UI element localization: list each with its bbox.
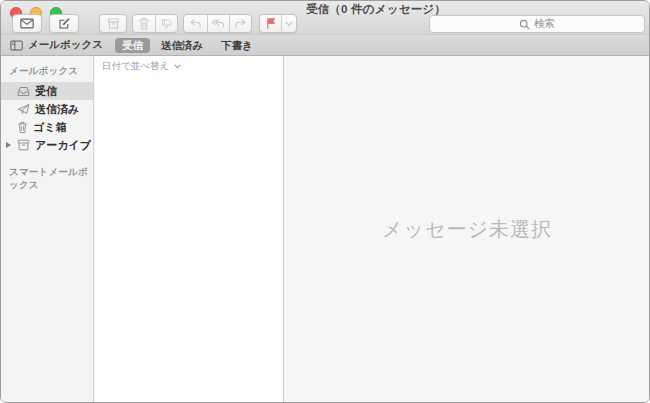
junk-button[interactable] [155, 15, 177, 32]
inbox-icon [17, 86, 30, 97]
tab-drafts[interactable]: 下書き [214, 38, 260, 53]
sidebar-item-label: 送信済み [35, 102, 79, 117]
reply-all-icon [211, 18, 225, 29]
forward-button[interactable] [229, 15, 251, 32]
tab-sent[interactable]: 送信済み [154, 38, 210, 53]
disclosure-triangle-icon[interactable] [6, 142, 11, 148]
flag-icon [265, 17, 277, 30]
chevron-down-icon [285, 21, 293, 27]
flag-menu-button[interactable] [281, 15, 296, 32]
flag-group [259, 14, 297, 33]
envelope-icon [20, 18, 34, 29]
sidebar-section-mailboxes: メールボックス [1, 60, 93, 82]
message-preview-pane: メッセージ未選択 [285, 56, 649, 402]
favorites-tabs: 受信 送信済み 下書き [115, 38, 260, 53]
sort-by-date-control[interactable]: 日付で並べ替え [95, 56, 283, 77]
archive-icon [17, 139, 30, 151]
mailbox-list-toggle[interactable]: メールボックス [10, 38, 103, 52]
paper-plane-icon [17, 103, 30, 115]
chevron-down-icon [174, 64, 181, 69]
compose-icon [58, 17, 71, 30]
title-bar: 受信（0 件のメッセージ） [1, 1, 649, 34]
content-area: メールボックス 受信 送信済み [1, 56, 649, 402]
sidebar-toggle-icon [10, 40, 23, 51]
search-placeholder: 検索 [534, 17, 555, 31]
sidebar-item-archive[interactable]: アーカイブ [1, 136, 93, 154]
archive-button[interactable] [99, 14, 127, 33]
trash-icon [17, 121, 28, 134]
forward-icon [234, 18, 247, 29]
trash-icon [138, 17, 150, 30]
compose-button[interactable] [49, 14, 79, 33]
sidebar-section-smart-mailboxes: スマートメールボックス [1, 161, 93, 196]
sort-label: 日付で並べ替え [102, 60, 169, 73]
sidebar-item-inbox[interactable]: 受信 [1, 82, 93, 100]
favorites-bar: メールボックス 受信 送信済み 下書き [1, 34, 649, 56]
reply-icon [189, 18, 202, 29]
flag-button[interactable] [260, 15, 281, 32]
tab-inbox[interactable]: 受信 [115, 38, 150, 53]
sidebar-item-sent[interactable]: 送信済み [1, 100, 93, 118]
delete-button[interactable] [133, 15, 155, 32]
get-mail-button[interactable] [12, 14, 42, 33]
sidebar-item-label: ゴミ箱 [33, 120, 67, 135]
sidebar-item-trash[interactable]: ゴミ箱 [1, 118, 93, 136]
thumbs-down-icon [161, 18, 173, 30]
mailbox-toggle-label: メールボックス [28, 38, 103, 52]
mail-window: 受信（0 件のメッセージ） [0, 0, 650, 403]
reply-all-button[interactable] [207, 15, 230, 32]
sidebar-item-label: アーカイブ [35, 138, 91, 153]
no-message-selected-text: メッセージ未選択 [382, 216, 552, 243]
message-list: 日付で並べ替え [95, 56, 284, 402]
search-icon [519, 19, 530, 30]
mailbox-sidebar: メールボックス 受信 送信済み [1, 56, 94, 402]
sidebar-item-label: 受信 [35, 84, 57, 99]
trash-junk-group [132, 14, 178, 33]
search-input[interactable]: 検索 [429, 15, 645, 33]
archive-icon [107, 17, 120, 30]
reply-button[interactable] [184, 15, 207, 32]
reply-group [183, 14, 252, 33]
